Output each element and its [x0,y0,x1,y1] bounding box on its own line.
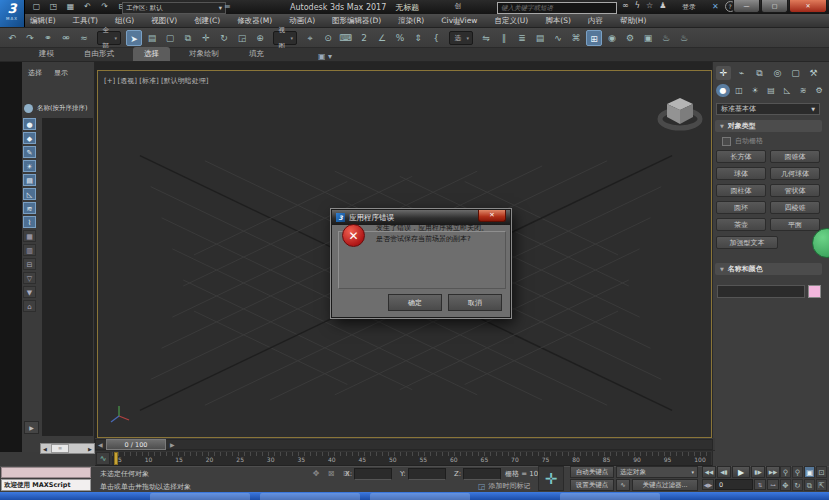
ok-button[interactable]: 确定 [388,294,442,311]
bind-to-spacewarp-icon[interactable]: ≈ [76,30,92,46]
object-name-input[interactable] [718,286,808,299]
motion-tab-icon[interactable]: ◎ [770,66,785,80]
use-pivot-center-icon[interactable]: ⌖ [302,30,318,46]
angle-snap-icon[interactable]: ∠ [374,30,390,46]
curve-editor-icon[interactable]: ∿ [550,30,566,46]
display-tab-icon[interactable]: ▢ [788,66,803,80]
signin-person-icon[interactable]: ♟ [659,1,666,10]
taskbar-window-button[interactable] [370,493,470,500]
taskbar-window-button[interactable] [260,493,360,500]
infocenter-search[interactable] [497,2,617,14]
ribbon-config-icon[interactable]: ▣ ▾ [318,52,332,62]
ribbon-tab-selection[interactable]: 选择 [133,47,170,61]
menu-item[interactable]: 内容 [588,16,603,26]
geometry-category-icon[interactable]: ● [716,84,730,97]
window-crossing-icon[interactable]: ⧉ [180,30,196,46]
redo-quick-icon[interactable]: ↷ [98,1,111,12]
select-object-icon[interactable]: ➤ [126,30,142,46]
menu-item[interactable]: 视图(V) [151,16,177,26]
create-tab-icon[interactable]: ✛ [716,66,731,80]
display-lights-icon[interactable]: ☀ [23,160,36,172]
cameras-category-icon[interactable]: ▤ [764,84,778,97]
menu-item[interactable]: 渲染(R) [398,16,424,26]
align-icon[interactable]: ∥ [496,30,512,46]
menu-item[interactable]: 创建(C) [194,16,220,26]
render-setup-icon[interactable]: ⚙ [622,30,638,46]
primitive-button-textplus[interactable]: 加强型文本 [716,236,778,249]
modify-tab-icon[interactable]: ⌁ [734,66,749,80]
zoom-region-icon[interactable]: ⊡ [816,466,827,478]
primitive-button[interactable]: 圆柱体 [716,184,766,197]
menu-item[interactable]: 组(G) [115,16,134,26]
primitive-button[interactable]: 球体 [716,167,766,180]
display-cameras-icon[interactable]: ▤ [23,174,36,186]
3dsmax-logo[interactable]: 3 MAX [0,0,25,27]
signin-button[interactable]: 登录 [682,2,696,12]
shapes-category-icon[interactable]: ◫ [732,84,746,97]
primitive-button[interactable]: 茶壶 [716,218,766,231]
select-and-move-icon[interactable]: ✛ [198,30,214,46]
orbit-icon[interactable]: ↻ [792,479,803,491]
undo-quick-icon[interactable]: ↶ [81,1,94,12]
helpers-category-icon[interactable]: ◺ [780,84,794,97]
cancel-button[interactable]: 取消 [448,294,502,311]
object-color-swatch[interactable] [808,285,821,298]
maximize-viewport-icon[interactable]: ⧉ [804,479,815,491]
go-to-end-button[interactable]: ▶▶ [766,466,780,478]
primitive-button[interactable]: 几何球体 [770,167,820,180]
graphite-toggle-icon[interactable]: ▤ [532,30,548,46]
hierarchy-tab-icon[interactable]: ⧉ [752,66,767,80]
favorites-icon[interactable]: ☆ [646,1,653,10]
display-everything-icon[interactable]: ● [23,118,36,130]
scene-explorer-tab[interactable]: 显示 [54,68,68,78]
workspace-menu-icon[interactable]: ≡ [224,2,231,11]
primitive-button[interactable]: 长方体 [716,150,766,163]
y-coordinate-field[interactable] [408,468,446,480]
keyboard-override-icon[interactable]: ⌨ [338,30,354,46]
next-key-icon[interactable]: ▶ [170,441,175,448]
schematic-view-icon[interactable]: ⌘ [568,30,584,46]
ribbon-tab-objectpaint[interactable]: 对象绘制 [178,47,230,61]
key-mode-icon[interactable]: ⊶ [767,479,779,490]
rendered-frame-icon[interactable]: ▣ [640,30,656,46]
redo-icon[interactable]: ↷ [22,30,38,46]
menu-item[interactable]: 动画(A) [289,16,315,26]
systems-category-icon[interactable]: ⚙ [812,84,826,97]
scene-explorer-header[interactable]: 名称(按升序排序) [24,104,88,113]
isolate-selection-icon[interactable]: ✥ [310,468,322,479]
primitive-button[interactable]: 圆环 [716,201,766,214]
x-coordinate-field[interactable] [354,468,392,480]
undo-icon[interactable]: ↶ [4,30,20,46]
exchange-apps-icon[interactable]: ✕ [712,2,719,11]
explorer-expand-button[interactable]: ▶ [24,421,39,434]
spacewarps-category-icon[interactable]: ≋ [796,84,810,97]
menu-item[interactable]: 帮助(H) [620,16,647,26]
ribbon-tab-modeling[interactable]: 建模 [28,47,65,61]
scene-explorer-tab[interactable]: 选择 [28,68,42,78]
primitive-button[interactable]: 四棱锥 [770,201,820,214]
scrollbar-thumb[interactable]: ≡ [51,444,69,453]
play-button[interactable]: ▶ [732,466,750,478]
viewport-label[interactable]: [+] [透视] [标准] [默认明暗处理] [104,76,208,86]
mirror-icon[interactable]: ⇋ [478,30,494,46]
key-step-icon[interactable]: ◀▶ [702,479,714,490]
selection-set-dropdown[interactable]: 选定对象▾ [616,466,698,478]
render-production-icon[interactable]: ♨ [658,30,674,46]
add-time-tag[interactable]: ◲ 添加时间标记 [478,481,531,491]
select-by-name-icon[interactable]: ▤ [144,30,160,46]
frame-spinner[interactable]: ⇅ [754,479,766,490]
maximize-button[interactable]: ▢ [761,0,788,13]
display-containers-icon[interactable]: ▦ [23,230,36,242]
walkthrough-icon[interactable]: ⇱ [816,479,827,491]
workspace-dropdown[interactable]: 工作区: 默认▾ [122,2,226,14]
scene-explorer-icon[interactable]: ⊞ [586,30,602,46]
pan-hand-icon[interactable]: ✥ [780,479,791,491]
maxscript-listener-field[interactable]: 欢迎使用 MAXScript [1,479,91,491]
select-manipulate-icon[interactable]: ⊙ [320,30,336,46]
select-and-scale-icon[interactable]: ◲ [234,30,250,46]
select-and-place-icon[interactable]: ⊕ [252,30,268,46]
time-slider-track[interactable] [95,439,713,450]
scroll-right-icon[interactable]: ▶ [86,446,94,452]
set-keys-button[interactable]: ✛ [538,466,564,491]
primitive-button[interactable]: 平面 [770,218,820,231]
